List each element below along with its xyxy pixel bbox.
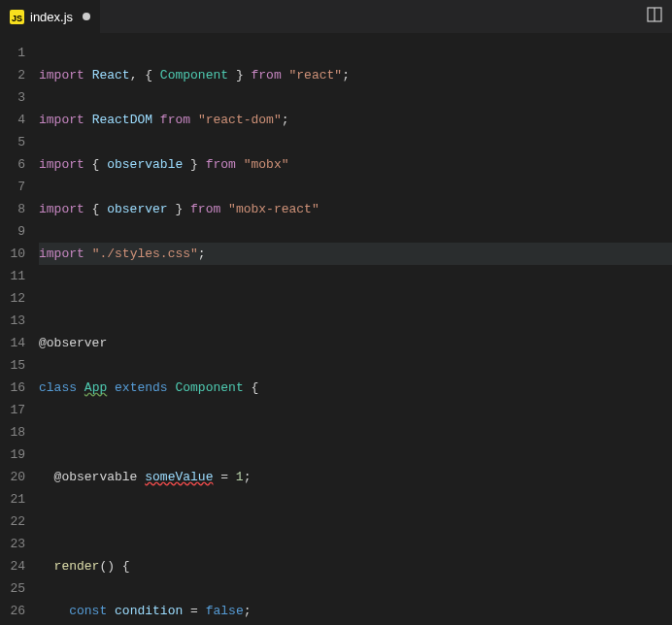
code-line: @observable someValue = 1; bbox=[39, 466, 672, 488]
code-content[interactable]: import React, { Component } from "react"… bbox=[39, 34, 672, 625]
code-line: render() { bbox=[39, 555, 672, 577]
line-number: 13 bbox=[0, 310, 25, 332]
line-number: 6 bbox=[0, 153, 25, 176]
line-number: 15 bbox=[0, 354, 25, 377]
line-number: 12 bbox=[0, 287, 25, 310]
line-number: 23 bbox=[0, 533, 25, 555]
line-number: 5 bbox=[0, 131, 25, 153]
line-number: 19 bbox=[0, 444, 25, 466]
code-line: const condition = false; bbox=[39, 600, 672, 622]
code-line: import React, { Component } from "react"… bbox=[39, 64, 672, 86]
line-number: 18 bbox=[0, 421, 25, 444]
unsaved-dot-icon bbox=[83, 13, 90, 20]
tab-label: index.js bbox=[30, 10, 73, 24]
code-line bbox=[39, 510, 672, 533]
tab-bar: JS index.js bbox=[0, 0, 672, 34]
code-line: import "./styles.css"; bbox=[39, 243, 672, 265]
line-number: 8 bbox=[0, 198, 25, 220]
line-number: 21 bbox=[0, 488, 25, 510]
file-tab[interactable]: JS index.js bbox=[0, 0, 100, 33]
code-line: import { observer } from "mobx-react" bbox=[39, 198, 672, 220]
line-number: 14 bbox=[0, 332, 25, 354]
code-line bbox=[39, 287, 672, 310]
line-number: 26 bbox=[0, 600, 25, 622]
line-number: 10 bbox=[0, 243, 25, 265]
line-number: 3 bbox=[0, 86, 25, 109]
line-number: 4 bbox=[0, 109, 25, 131]
code-editor[interactable]: 1 2 3 4 5 6 7 8 9 10 11 12 13 14 15 16 1… bbox=[0, 34, 672, 625]
line-number: 9 bbox=[0, 220, 25, 243]
line-number: 24 bbox=[0, 555, 25, 577]
javascript-icon: JS bbox=[10, 10, 24, 24]
line-number: 2 bbox=[0, 64, 25, 86]
line-number: 7 bbox=[0, 176, 25, 198]
line-number: 25 bbox=[0, 577, 25, 600]
code-line: import ReactDOM from "react-dom"; bbox=[39, 109, 672, 131]
line-number: 16 bbox=[0, 377, 25, 399]
line-number: 11 bbox=[0, 265, 25, 287]
code-line: @observer bbox=[39, 332, 672, 354]
code-line bbox=[39, 421, 672, 444]
line-number: 1 bbox=[0, 42, 25, 64]
code-line: class App extends Component { bbox=[39, 377, 672, 399]
line-number: 20 bbox=[0, 466, 25, 488]
split-editor-icon[interactable] bbox=[637, 7, 672, 27]
code-line: import { observable } from "mobx" bbox=[39, 153, 672, 176]
line-number-gutter: 1 2 3 4 5 6 7 8 9 10 11 12 13 14 15 16 1… bbox=[0, 34, 39, 625]
line-number: 17 bbox=[0, 399, 25, 421]
line-number: 22 bbox=[0, 510, 25, 533]
